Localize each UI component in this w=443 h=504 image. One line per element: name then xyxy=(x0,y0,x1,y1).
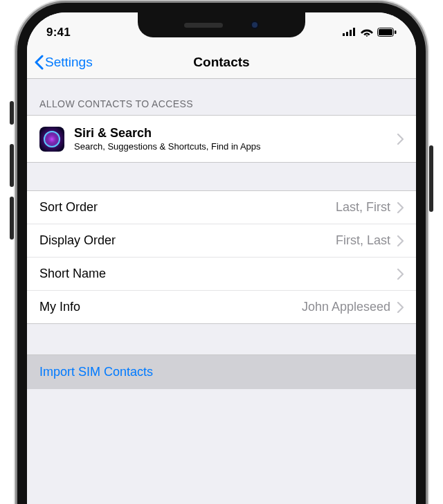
power-button[interactable] xyxy=(429,145,433,212)
front-camera xyxy=(251,21,259,29)
page-title: Contacts xyxy=(193,55,249,70)
section-header-access: ALLOW CONTACTS TO ACCESS xyxy=(27,79,416,115)
volume-up-button[interactable] xyxy=(10,144,14,187)
chevron-left-icon xyxy=(34,55,44,70)
chevron-right-icon xyxy=(397,235,404,246)
battery-icon xyxy=(377,28,397,37)
chevron-right-icon xyxy=(397,269,404,280)
phone-frame: 9:41 Settings Contacts ALLOW CONTACTS TO… xyxy=(17,3,426,504)
notch xyxy=(138,12,305,37)
sort-order-label: Sort Order xyxy=(39,200,336,215)
row-import-sim-contacts[interactable]: Import SIM Contacts xyxy=(27,354,416,389)
mute-switch[interactable] xyxy=(10,101,14,125)
svg-rect-2 xyxy=(350,30,352,36)
back-label: Settings xyxy=(45,55,93,70)
siri-title: Siri & Search xyxy=(74,126,397,141)
svg-rect-5 xyxy=(379,29,392,35)
back-button[interactable]: Settings xyxy=(34,55,93,70)
volume-down-button[interactable] xyxy=(10,197,14,240)
status-icons xyxy=(343,22,397,37)
status-time: 9:41 xyxy=(46,19,71,39)
display-order-label: Display Order xyxy=(39,233,336,248)
row-sort-order[interactable]: Sort Order Last, First xyxy=(27,191,416,224)
row-display-order[interactable]: Display Order First, Last xyxy=(27,224,416,258)
my-info-label: My Info xyxy=(39,300,302,314)
chevron-right-icon xyxy=(397,302,404,313)
wifi-icon xyxy=(361,28,373,37)
section-spacer xyxy=(27,163,416,190)
svg-rect-6 xyxy=(395,30,397,34)
display-order-value: First, Last xyxy=(336,233,390,248)
row-short-name[interactable]: Short Name xyxy=(27,258,416,291)
chevron-right-icon xyxy=(397,202,404,213)
sort-order-value: Last, First xyxy=(336,200,390,215)
short-name-label: Short Name xyxy=(39,267,397,281)
my-info-value: John Appleseed xyxy=(302,300,390,314)
svg-rect-3 xyxy=(353,28,355,36)
import-sim-label: Import SIM Contacts xyxy=(39,365,153,379)
svg-rect-1 xyxy=(346,32,348,36)
cell-content: Siri & Search Search, Suggestions & Shor… xyxy=(74,126,397,152)
row-my-info[interactable]: My Info John Appleseed xyxy=(27,291,416,324)
speaker-grille xyxy=(184,23,223,28)
screen: 9:41 Settings Contacts ALLOW CONTACTS TO… xyxy=(27,12,416,504)
chevron-right-icon xyxy=(397,134,404,145)
siri-icon xyxy=(39,127,64,152)
siri-subtitle: Search, Suggestions & Shortcuts, Find in… xyxy=(74,141,397,152)
nav-bar: Settings Contacts xyxy=(27,46,416,79)
row-siri-search[interactable]: Siri & Search Search, Suggestions & Shor… xyxy=(27,116,416,163)
svg-rect-0 xyxy=(343,33,345,36)
section-spacer xyxy=(27,324,416,354)
cellular-icon xyxy=(343,28,356,36)
